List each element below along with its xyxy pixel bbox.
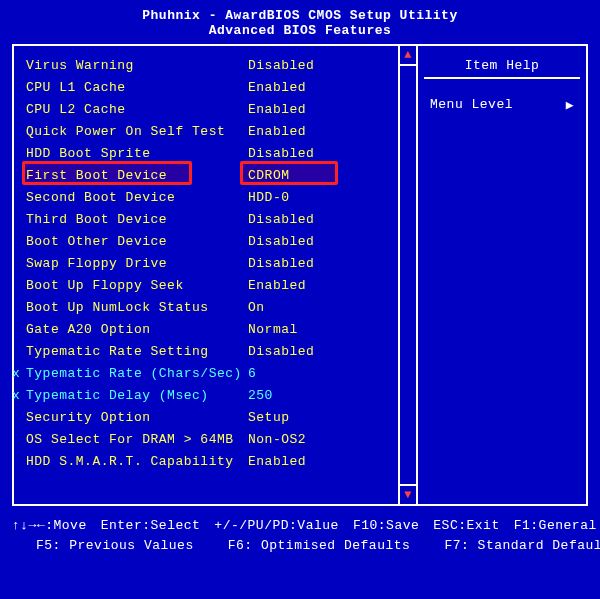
setting-value[interactable]: Disabled bbox=[248, 234, 314, 249]
setting-label: Boot Other Device bbox=[26, 234, 248, 249]
setting-label: Typematic Delay (Msec) bbox=[26, 388, 248, 403]
setting-row[interactable]: CPU L2 CacheEnabled bbox=[26, 98, 410, 120]
scrollbar[interactable]: ▲ ▼ bbox=[398, 46, 416, 504]
setting-label: Swap Floppy Drive bbox=[26, 256, 248, 271]
hint-f6: F6: Optimised Defaults bbox=[228, 536, 411, 556]
setting-value[interactable]: Disabled bbox=[248, 256, 314, 271]
title-block: Phuhnix - AwardBIOS CMOS Setup Utility A… bbox=[12, 8, 588, 38]
setting-row[interactable]: OS Select For DRAM > 64MBNon-OS2 bbox=[26, 428, 410, 450]
setting-label: Security Option bbox=[26, 410, 248, 425]
setting-row[interactable]: xTypematic Delay (Msec)250 bbox=[26, 384, 410, 406]
setting-value[interactable]: Enabled bbox=[248, 278, 306, 293]
setting-row[interactable]: Boot Up NumLock StatusOn bbox=[26, 296, 410, 318]
setting-value[interactable]: Disabled bbox=[248, 212, 314, 227]
setting-row[interactable]: Third Boot DeviceDisabled bbox=[26, 208, 410, 230]
setting-value[interactable]: Enabled bbox=[248, 454, 306, 469]
setting-label: Boot Up NumLock Status bbox=[26, 300, 248, 315]
setting-row[interactable]: Boot Up Floppy SeekEnabled bbox=[26, 274, 410, 296]
setting-value[interactable]: Setup bbox=[248, 410, 290, 425]
setting-label: Gate A20 Option bbox=[26, 322, 248, 337]
help-pane: Item Help Menu Level ▶ bbox=[418, 46, 586, 504]
setting-value[interactable]: Disabled bbox=[248, 58, 314, 73]
setting-value[interactable]: HDD-0 bbox=[248, 190, 290, 205]
setting-value[interactable]: Normal bbox=[248, 322, 298, 337]
setting-row[interactable]: Typematic Rate SettingDisabled bbox=[26, 340, 410, 362]
menu-level: Menu Level ▶ bbox=[424, 97, 580, 113]
setting-label: Third Boot Device bbox=[26, 212, 248, 227]
hint-select: Enter:Select bbox=[101, 516, 201, 536]
help-header: Item Help bbox=[424, 54, 580, 79]
hint-f7: F7: Standard Defaults bbox=[444, 536, 600, 556]
setting-row[interactable]: CPU L1 CacheEnabled bbox=[26, 76, 410, 98]
setting-label: CPU L1 Cache bbox=[26, 80, 248, 95]
setting-value[interactable]: On bbox=[248, 300, 265, 315]
main-panel: Virus WarningDisabledCPU L1 CacheEnabled… bbox=[12, 44, 588, 506]
setting-row[interactable]: HDD S.M.A.R.T. CapabilityEnabled bbox=[26, 450, 410, 472]
setting-row[interactable]: HDD Boot SpriteDisabled bbox=[26, 142, 410, 164]
setting-label: First Boot Device bbox=[26, 168, 248, 183]
hint-move: ↑↓→←:Move bbox=[12, 516, 87, 536]
setting-value[interactable]: Enabled bbox=[248, 80, 306, 95]
menu-level-arrow-icon: ▶ bbox=[566, 97, 574, 113]
setting-value[interactable]: Enabled bbox=[248, 124, 306, 139]
disabled-prefix: x bbox=[12, 388, 26, 403]
setting-row[interactable]: Security OptionSetup bbox=[26, 406, 410, 428]
title-line-1: Phuhnix - AwardBIOS CMOS Setup Utility bbox=[12, 8, 588, 23]
settings-pane[interactable]: Virus WarningDisabledCPU L1 CacheEnabled… bbox=[14, 46, 418, 504]
setting-row[interactable]: Virus WarningDisabled bbox=[26, 54, 410, 76]
setting-label: OS Select For DRAM > 64MB bbox=[26, 432, 248, 447]
title-line-2: Advanced BIOS Features bbox=[12, 23, 588, 38]
setting-row[interactable]: xTypematic Rate (Chars/Sec)6 bbox=[26, 362, 410, 384]
setting-row[interactable]: Boot Other DeviceDisabled bbox=[26, 230, 410, 252]
scroll-track[interactable] bbox=[400, 66, 416, 484]
scroll-up-icon[interactable]: ▲ bbox=[400, 46, 416, 66]
setting-row[interactable]: Gate A20 OptionNormal bbox=[26, 318, 410, 340]
footer-help: ↑↓→←:Move Enter:Select +/-/PU/PD:Value F… bbox=[12, 516, 588, 556]
setting-value[interactable]: Disabled bbox=[248, 344, 314, 359]
scroll-down-icon[interactable]: ▼ bbox=[400, 484, 416, 504]
setting-label: Boot Up Floppy Seek bbox=[26, 278, 248, 293]
hint-save: F10:Save bbox=[353, 516, 419, 536]
setting-label: Typematic Rate Setting bbox=[26, 344, 248, 359]
setting-value[interactable]: 250 bbox=[248, 388, 273, 403]
setting-value[interactable]: Enabled bbox=[248, 102, 306, 117]
hint-value: +/-/PU/PD:Value bbox=[214, 516, 339, 536]
setting-row[interactable]: Second Boot DeviceHDD-0 bbox=[26, 186, 410, 208]
setting-label: Typematic Rate (Chars/Sec) bbox=[26, 366, 248, 381]
menu-level-label: Menu Level bbox=[430, 97, 513, 113]
setting-value[interactable]: Disabled bbox=[248, 146, 314, 161]
setting-label: HDD Boot Sprite bbox=[26, 146, 248, 161]
setting-value[interactable]: 6 bbox=[248, 366, 256, 381]
setting-value[interactable]: CDROM bbox=[248, 168, 290, 183]
setting-row[interactable]: Swap Floppy DriveDisabled bbox=[26, 252, 410, 274]
setting-row[interactable]: First Boot DeviceCDROM bbox=[26, 164, 410, 186]
hint-exit: ESC:Exit bbox=[433, 516, 499, 536]
hint-general-help: F1:General Help bbox=[514, 516, 600, 536]
setting-label: Quick Power On Self Test bbox=[26, 124, 248, 139]
setting-label: HDD S.M.A.R.T. Capability bbox=[26, 454, 248, 469]
setting-label: CPU L2 Cache bbox=[26, 102, 248, 117]
setting-row[interactable]: Quick Power On Self TestEnabled bbox=[26, 120, 410, 142]
disabled-prefix: x bbox=[12, 366, 26, 381]
hint-f5: F5: Previous Values bbox=[36, 536, 194, 556]
setting-label: Second Boot Device bbox=[26, 190, 248, 205]
setting-value[interactable]: Non-OS2 bbox=[248, 432, 306, 447]
setting-label: Virus Warning bbox=[26, 58, 248, 73]
